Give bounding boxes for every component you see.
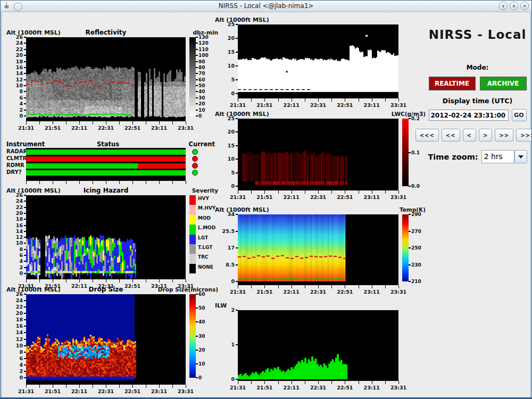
x-tick xyxy=(331,285,332,288)
x-tick-label: 22:31 xyxy=(98,388,114,394)
display-time-input[interactable] xyxy=(429,110,509,121)
minimize-icon[interactable]: ∨ xyxy=(499,2,508,10)
step-back-3-button[interactable]: <<< xyxy=(415,129,439,142)
step-fwd-2-button[interactable]: >> xyxy=(495,129,513,142)
x-tick-label: 23:11 xyxy=(151,125,167,131)
colorbar-tick-label: 0.0 xyxy=(411,184,420,189)
y-tick-label: 6 xyxy=(6,252,23,258)
severity-label: L.MOD xyxy=(198,225,215,230)
control-panel: NIRSS - Local Mode: REALTIME ARCHIVE Dis… xyxy=(422,13,532,163)
x-tick xyxy=(345,190,345,194)
chevron-down-icon[interactable] xyxy=(514,150,527,163)
colorbar-tick xyxy=(409,186,411,187)
x-tick-label: 22:51 xyxy=(337,289,353,295)
y-tick-label: 22 xyxy=(6,204,23,210)
x-tick-label: 21:51 xyxy=(45,125,61,131)
x-axis: 21:3121:5122:1122:3122:5123:1123:31 xyxy=(26,385,186,396)
colorbar-tick xyxy=(409,264,411,265)
x-tick xyxy=(345,285,345,288)
time-zoom-select[interactable]: 2 hrs xyxy=(481,150,527,163)
y-tick-label: 20 xyxy=(215,35,235,41)
x-tick xyxy=(345,381,345,384)
x-tick xyxy=(292,98,292,102)
step-back-2-button[interactable]: << xyxy=(442,129,460,142)
x-tick xyxy=(39,279,40,282)
y-tick xyxy=(24,371,26,372)
x-tick-label: 23:11 xyxy=(364,194,380,200)
y-tick-label: 18 xyxy=(6,216,23,222)
y-tick xyxy=(24,37,26,38)
maximize-icon[interactable]: ∧ xyxy=(510,2,518,10)
y-tick-label: 10 xyxy=(6,240,23,246)
x-tick xyxy=(26,279,27,282)
step-fwd-3-button[interactable]: >>> xyxy=(516,129,532,142)
x-tick-label: 23:31 xyxy=(178,125,194,131)
x-tick xyxy=(186,279,186,282)
colorbar-tick-label: 210 xyxy=(411,279,421,284)
x-tick-label: 21:51 xyxy=(256,385,272,390)
y-tick xyxy=(24,326,26,327)
colorbar-tick-label: 230 xyxy=(411,262,421,268)
step-fwd-1-button[interactable]: > xyxy=(479,129,492,142)
x-tick xyxy=(66,279,66,282)
realtime-button[interactable]: REALTIME xyxy=(429,77,476,90)
status-row-label: DRY? xyxy=(6,169,22,175)
y-tick xyxy=(236,145,238,146)
archive-button[interactable]: ARCHIVE xyxy=(480,77,527,90)
go-button[interactable]: GO xyxy=(512,109,527,121)
y-tick-label: 0 xyxy=(6,270,23,276)
colorbar-tick-label: 50 xyxy=(198,83,205,88)
x-tick-label: 22:51 xyxy=(337,102,353,108)
y-tick xyxy=(236,344,238,345)
y-tick xyxy=(24,201,26,202)
colorbar-tick xyxy=(409,247,411,248)
x-tick-label: 22:31 xyxy=(98,125,114,131)
colorbar-tick xyxy=(196,307,198,309)
y-tick xyxy=(236,310,238,311)
titlebar: · NIRSS - Local <@jlab-nima1> ∨ ∧ × xyxy=(1,1,531,12)
status-axis-tick xyxy=(93,181,93,184)
x-tick xyxy=(264,285,265,288)
colorbar-tick-label: 0 xyxy=(198,113,202,119)
x-tick xyxy=(292,285,292,288)
x-tick xyxy=(79,385,80,388)
y-tick xyxy=(24,313,26,314)
close-icon[interactable]: × xyxy=(520,2,529,10)
x-tick xyxy=(251,381,252,384)
y-tick-label: 6 xyxy=(6,355,23,361)
y-tick xyxy=(24,231,26,232)
colorbar-tick xyxy=(196,67,198,68)
x-tick xyxy=(39,385,40,388)
x-tick xyxy=(372,285,372,288)
y-tick xyxy=(24,345,26,346)
step-back-1-button[interactable]: < xyxy=(463,129,476,142)
y-tick xyxy=(236,172,238,173)
status-header-current: Current xyxy=(189,140,215,148)
y-tick-label: 4 xyxy=(6,258,23,264)
status-current-dot xyxy=(192,156,198,162)
y-tick xyxy=(236,186,238,187)
colorbar-tick xyxy=(196,91,198,92)
y-tick xyxy=(24,49,26,50)
x-tick xyxy=(132,385,133,388)
status-current-dot xyxy=(192,163,198,169)
display-time-label: Display time (UTC) xyxy=(422,97,532,105)
y-tick-label: 12 xyxy=(6,77,23,82)
x-tick-label: 22:11 xyxy=(71,388,87,394)
colorbar-tick-label: 130 xyxy=(198,35,209,40)
y-tick xyxy=(236,281,238,282)
x-tick-label: 23:31 xyxy=(390,194,406,200)
y-tick xyxy=(24,294,26,295)
y-tick-label: 25 xyxy=(215,21,235,27)
x-tick-label: 22:11 xyxy=(284,194,300,200)
status-bar-segment xyxy=(26,163,138,169)
x-axis: 21:3121:5122:1122:3122:5123:1123:31 xyxy=(238,98,398,110)
panel-icing: Alt (1000ft MSL)Icing HazardSeverity2624… xyxy=(6,188,215,293)
y-tick-label: 10 xyxy=(6,82,23,88)
x-tick xyxy=(106,385,106,388)
x-tick xyxy=(26,121,27,124)
x-tick xyxy=(264,381,265,384)
x-tick xyxy=(66,121,66,124)
status-header-status: Status xyxy=(97,140,119,148)
x-tick xyxy=(305,190,305,194)
